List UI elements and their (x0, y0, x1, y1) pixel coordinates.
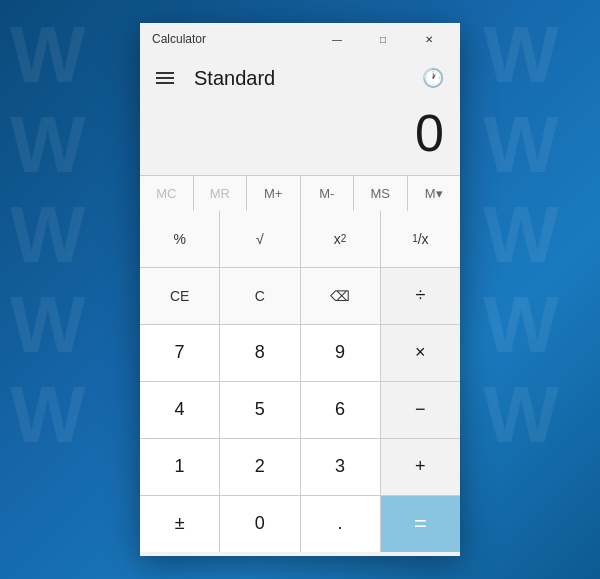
window-bottom (140, 552, 460, 556)
ce-button[interactable]: CE (140, 268, 219, 324)
divide-button[interactable]: ÷ (381, 268, 460, 324)
calc-buttons: % √ x2 1/x CE C ⌫ ÷ 7 8 9 × 4 (140, 211, 460, 552)
one-button[interactable]: 1 (140, 439, 219, 495)
row-clear: CE C ⌫ ÷ (140, 268, 460, 324)
three-button[interactable]: 3 (301, 439, 380, 495)
row-123: 1 2 3 + (140, 439, 460, 495)
calculator-window: Calculator — □ ✕ Standard 🕐 0 MC MR M+ M… (140, 23, 460, 555)
eight-button[interactable]: 8 (220, 325, 299, 381)
mode-title: Standard (194, 67, 402, 90)
backspace-button[interactable]: ⌫ (301, 268, 380, 324)
add-button[interactable]: + (381, 439, 460, 495)
square-button[interactable]: x2 (301, 211, 380, 267)
row-789: 7 8 9 × (140, 325, 460, 381)
negate-button[interactable]: ± (140, 496, 219, 552)
app-header: Standard 🕐 (140, 55, 460, 97)
button-grid: MC MR M+ M- MS M▾ % √ x2 1/x CE C ⌫ ÷ (140, 175, 460, 552)
seven-button[interactable]: 7 (140, 325, 219, 381)
zero-button[interactable]: 0 (220, 496, 299, 552)
hamburger-line-2 (156, 77, 174, 79)
row-functions: % √ x2 1/x (140, 211, 460, 267)
nine-button[interactable]: 9 (301, 325, 380, 381)
five-button[interactable]: 5 (220, 382, 299, 438)
ms-button[interactable]: MS (354, 176, 407, 211)
mr-button[interactable]: MR (194, 176, 247, 211)
hamburger-line-1 (156, 72, 174, 74)
mminus-button[interactable]: M- (301, 176, 354, 211)
multiply-button[interactable]: × (381, 325, 460, 381)
window-title: Calculator (148, 32, 314, 46)
percent-button[interactable]: % (140, 211, 219, 267)
two-button[interactable]: 2 (220, 439, 299, 495)
four-button[interactable]: 4 (140, 382, 219, 438)
sqrt-button[interactable]: √ (220, 211, 299, 267)
title-bar: Calculator — □ ✕ (140, 23, 460, 55)
title-bar-controls: — □ ✕ (314, 23, 452, 55)
mc-button[interactable]: MC (140, 176, 193, 211)
memory-row: MC MR M+ M- MS M▾ (140, 175, 460, 211)
reciprocal-button[interactable]: 1/x (381, 211, 460, 267)
equals-button[interactable]: = (381, 496, 460, 552)
subtract-button[interactable]: − (381, 382, 460, 438)
row-zero: ± 0 . = (140, 496, 460, 552)
maximize-button[interactable]: □ (360, 23, 406, 55)
display-area: 0 (140, 97, 460, 174)
history-button[interactable]: 🕐 (418, 63, 448, 93)
c-button[interactable]: C (220, 268, 299, 324)
hamburger-line-3 (156, 82, 174, 84)
row-456: 4 5 6 − (140, 382, 460, 438)
close-button[interactable]: ✕ (406, 23, 452, 55)
display-value: 0 (156, 105, 444, 162)
mrecall-button[interactable]: M▾ (408, 176, 461, 211)
minimize-button[interactable]: — (314, 23, 360, 55)
mplus-button[interactable]: M+ (247, 176, 300, 211)
six-button[interactable]: 6 (301, 382, 380, 438)
hamburger-menu-button[interactable] (152, 68, 178, 88)
decimal-button[interactable]: . (301, 496, 380, 552)
